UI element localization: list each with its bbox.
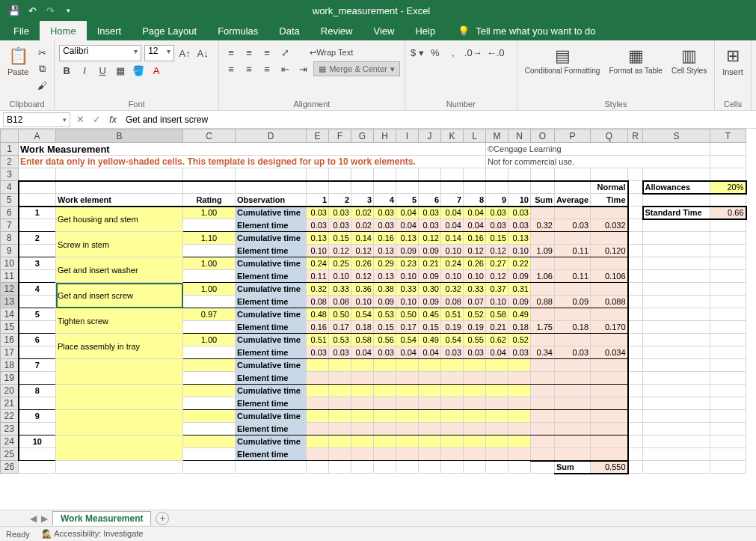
row-header[interactable]: 8: [1, 232, 19, 245]
ct-cell[interactable]: 0.26: [351, 257, 374, 270]
et-cell[interactable]: 0.11: [307, 270, 329, 283]
ct-cell[interactable]: 0.32: [307, 283, 329, 296]
cell[interactable]: [643, 219, 710, 232]
element-num[interactable]: 10: [19, 435, 56, 448]
label-cumulative-time[interactable]: Cumulative time: [236, 283, 307, 296]
sum-cell[interactable]: 1.06: [531, 270, 555, 283]
normal-time-cell[interactable]: [591, 372, 628, 385]
et-cell[interactable]: [374, 423, 396, 435]
rating-cell[interactable]: 1.00: [183, 283, 236, 296]
cell[interactable]: [643, 435, 710, 448]
et-cell[interactable]: 0.03: [329, 346, 351, 359]
et-cell[interactable]: 0.12: [464, 245, 486, 257]
et-cell[interactable]: [486, 397, 508, 410]
row-header[interactable]: 16: [1, 334, 19, 346]
et-cell[interactable]: [374, 397, 396, 410]
cell[interactable]: [710, 296, 746, 308]
font-size-combo[interactable]: 12: [144, 45, 174, 61]
cell[interactable]: [643, 359, 710, 372]
avg-cell[interactable]: [555, 423, 591, 435]
et-cell[interactable]: 0.10: [351, 296, 374, 308]
element-num[interactable]: 1: [19, 207, 56, 219]
cell[interactable]: [591, 257, 628, 270]
ct-cell[interactable]: 0.49: [508, 308, 531, 321]
cell[interactable]: [464, 181, 486, 194]
et-cell[interactable]: 0.04: [396, 346, 419, 359]
copyright-text[interactable]: ©Cengage Learning: [486, 143, 710, 156]
ct-cell[interactable]: 0.58: [486, 308, 508, 321]
cell[interactable]: [628, 372, 643, 385]
element-name[interactable]: Get and insert screw: [56, 283, 183, 308]
ct-cell[interactable]: 0.03: [419, 207, 441, 219]
et-cell[interactable]: 0.10: [396, 270, 419, 283]
ct-cell[interactable]: 0.12: [419, 232, 441, 245]
et-cell[interactable]: 0.17: [396, 321, 419, 334]
merge-center-button[interactable]: ▦ Merge & Center ▾: [313, 61, 400, 76]
et-cell[interactable]: 0.19: [441, 321, 464, 334]
ct-cell[interactable]: [307, 410, 329, 423]
cell[interactable]: [419, 168, 441, 181]
cell[interactable]: [643, 270, 710, 283]
sheet-nav-next-icon[interactable]: ▶: [41, 513, 48, 524]
format-painter-icon[interactable]: 🖌: [34, 78, 49, 93]
label-average[interactable]: Average: [555, 194, 591, 207]
indent-increase-icon[interactable]: ⇥: [295, 61, 310, 76]
col-header[interactable]: Q: [591, 129, 628, 143]
ct-cell[interactable]: [329, 410, 351, 423]
cell[interactable]: [508, 181, 531, 194]
label-element-time[interactable]: Element time: [236, 346, 307, 359]
row-header[interactable]: 5: [1, 194, 19, 207]
label-sum-total[interactable]: Sum: [555, 461, 591, 474]
avg-cell[interactable]: 0.11: [555, 245, 591, 257]
col-header[interactable]: C: [183, 129, 236, 143]
et-cell[interactable]: 0.09: [419, 245, 441, 257]
row-header[interactable]: 1: [1, 143, 19, 156]
et-cell[interactable]: [464, 423, 486, 435]
obs-num[interactable]: 5: [396, 194, 419, 207]
ct-cell[interactable]: 0.16: [374, 232, 396, 245]
et-cell[interactable]: 0.08: [441, 296, 464, 308]
element-name[interactable]: [56, 410, 183, 435]
cell[interactable]: [486, 461, 508, 474]
ct-cell[interactable]: 0.15: [329, 232, 351, 245]
et-cell[interactable]: 0.04: [441, 219, 464, 232]
cell[interactable]: [591, 410, 628, 423]
cell[interactable]: [183, 181, 236, 194]
cell[interactable]: [183, 296, 236, 308]
cell[interactable]: [307, 168, 329, 181]
et-cell[interactable]: 0.02: [351, 219, 374, 232]
cell[interactable]: [710, 397, 746, 410]
italic-button[interactable]: I: [77, 63, 92, 78]
cell[interactable]: [19, 397, 56, 410]
et-cell[interactable]: 0.03: [419, 219, 441, 232]
cancel-formula-icon[interactable]: ✕: [72, 114, 88, 125]
tab-data[interactable]: Data: [268, 21, 310, 40]
cell[interactable]: [351, 461, 374, 474]
label-cumulative-time[interactable]: Cumulative time: [236, 334, 307, 346]
cell[interactable]: [183, 397, 236, 410]
cell[interactable]: [531, 359, 555, 372]
cell[interactable]: [591, 359, 628, 372]
rating-cell[interactable]: [183, 385, 236, 397]
et-cell[interactable]: [329, 372, 351, 385]
et-cell[interactable]: 0.03: [374, 346, 396, 359]
avg-cell[interactable]: 0.09: [555, 296, 591, 308]
ct-cell[interactable]: 0.51: [441, 308, 464, 321]
save-icon[interactable]: 💾: [7, 4, 21, 17]
cell[interactable]: [19, 168, 56, 181]
cell[interactable]: [183, 461, 236, 474]
cell[interactable]: [555, 257, 591, 270]
cell[interactable]: [555, 168, 591, 181]
col-header[interactable]: B: [56, 129, 183, 143]
cell[interactable]: [628, 232, 643, 245]
et-cell[interactable]: 0.03: [486, 219, 508, 232]
cell[interactable]: [710, 168, 746, 181]
et-cell[interactable]: [419, 397, 441, 410]
cell[interactable]: [464, 461, 486, 474]
element-name[interactable]: [56, 385, 183, 410]
cell[interactable]: [19, 194, 56, 207]
obs-num[interactable]: 7: [441, 194, 464, 207]
normal-time-cell[interactable]: 0.034: [591, 346, 628, 359]
avg-cell[interactable]: [555, 448, 591, 461]
label-element-time[interactable]: Element time: [236, 296, 307, 308]
